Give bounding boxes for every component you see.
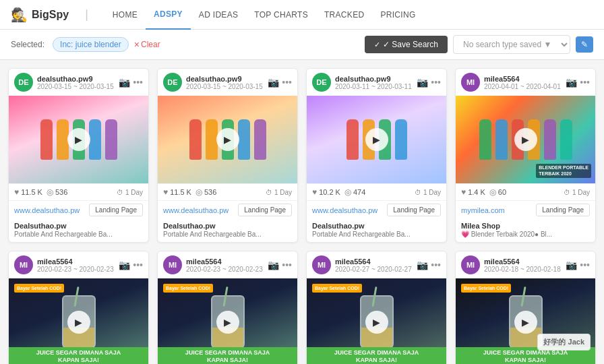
- card-username[interactable]: dealsuthao.pw9: [186, 75, 264, 83]
- play-button[interactable]: ▶: [67, 311, 90, 334]
- play-button[interactable]: ▶: [514, 128, 537, 151]
- more-options-icon[interactable]: •••: [133, 260, 143, 270]
- instagram-icon: 📷: [417, 260, 428, 270]
- nav-home[interactable]: HOME: [104, 0, 146, 30]
- card-stats: ♥ 11.5 K ◎ 536 ⏱ 1 Day: [158, 183, 297, 200]
- likes-stat: ♥ 11.5 K: [163, 187, 191, 197]
- card-username[interactable]: dealsuthao.pw9: [37, 75, 115, 83]
- card-actions: 📷 •••: [268, 77, 292, 88]
- logo[interactable]: 🕵 BigSpy: [11, 7, 69, 23]
- card-username[interactable]: milea5564: [484, 257, 562, 266]
- more-options-icon[interactable]: •••: [431, 260, 441, 270]
- card-username[interactable]: milea5564: [484, 75, 562, 83]
- filter-bar: Selected: Inc: juice blender × Clear ✓ ✓…: [0, 30, 604, 60]
- shop-name[interactable]: Milea Shop: [461, 222, 590, 230]
- play-button[interactable]: ▶: [67, 128, 90, 151]
- card-image[interactable]: Bayar Setelah COD! ▶ JUICE SEGAR DIMANA …: [307, 278, 446, 364]
- cod-badge: Bayar Setelah COD!: [461, 284, 511, 293]
- card-username[interactable]: dealsuthao.pw9: [335, 75, 413, 83]
- landing-page-button[interactable]: Landing Page: [536, 204, 590, 216]
- nav-pricing[interactable]: PRICING: [372, 0, 423, 30]
- card-actions: 📷 •••: [417, 77, 441, 88]
- save-search-label: ✓ Save Search: [383, 40, 438, 49]
- card-meta: milea5564 2020-04-01 ~ 2020-04-01: [484, 75, 562, 90]
- play-button[interactable]: ▶: [514, 311, 537, 334]
- more-options-icon[interactable]: •••: [133, 77, 143, 88]
- save-search-button[interactable]: ✓ ✓ Save Search: [365, 36, 448, 53]
- clock-icon: ⏱: [415, 189, 421, 196]
- play-button[interactable]: ▶: [365, 128, 388, 151]
- search-type-select[interactable]: No search type saved ▼: [453, 35, 570, 54]
- card-username[interactable]: milea5564: [335, 257, 413, 266]
- comments-stat: ◎ 60: [489, 187, 506, 197]
- card-image[interactable]: Bayar Setelah COD! ▶ JUICE SEGAR DIMANA …: [9, 278, 148, 364]
- comment-icon: ◎: [489, 187, 496, 197]
- card-username[interactable]: milea5564: [37, 257, 115, 266]
- shop-name[interactable]: Dealsuthao.pw: [312, 222, 441, 230]
- card-image[interactable]: ▶: [158, 96, 297, 183]
- shop-name[interactable]: Dealsuthao.pw: [163, 222, 292, 230]
- nav-ad-ideas[interactable]: AD IDEAS: [191, 0, 246, 30]
- play-button[interactable]: ▶: [216, 311, 239, 334]
- card-header: MI milea5564 2020-02-23 ~ 2020-02-23 📷 •…: [158, 251, 297, 278]
- card-header: MI milea5564 2020-02-23 ~ 2020-02-23 📷 •…: [9, 251, 148, 278]
- filter-tag-juice-blender[interactable]: Inc: juice blender: [53, 37, 129, 52]
- landing-page-button[interactable]: Landing Page: [238, 204, 292, 216]
- comments-count: 60: [498, 188, 506, 196]
- card-image[interactable]: Bayar Setelah COD! ▶ JUICE SEGAR DIMANA …: [158, 278, 297, 364]
- instagram-icon: 📷: [566, 77, 577, 88]
- card-username[interactable]: milea5564: [186, 257, 264, 266]
- card-header: MI milea5564 2020-02-27 ~ 2020-02-27 📷 •…: [307, 251, 446, 278]
- card-image[interactable]: ▶ BLENDER PORTABLETERBAIK 2020: [456, 96, 595, 183]
- clear-filter-button[interactable]: × Clear: [134, 39, 160, 50]
- duration-value: 1 Day: [125, 189, 143, 196]
- clock-icon: ⏱: [564, 189, 570, 196]
- card-date: 2020-03-15 ~ 2020-03-15: [37, 83, 115, 90]
- nav-tracked[interactable]: TRACKED: [316, 0, 372, 30]
- card-image[interactable]: ▶: [9, 96, 148, 183]
- comments-count: 536: [204, 188, 216, 196]
- card-actions: 📷 •••: [268, 260, 292, 270]
- comments-count: 536: [55, 188, 67, 196]
- more-options-icon[interactable]: •••: [431, 77, 441, 88]
- duration-stat: ⏱ 1 Day: [415, 189, 441, 196]
- landing-page-button[interactable]: Landing Page: [387, 204, 441, 216]
- card-description: Portable And Rechargeable Ba...: [14, 231, 143, 238]
- nav-top-charts[interactable]: TOP CHARTS: [246, 0, 316, 30]
- card-image[interactable]: ▶: [307, 96, 446, 183]
- clear-icon: ×: [134, 39, 140, 50]
- card-domain[interactable]: www.dealsuthao.pw: [14, 206, 80, 214]
- more-options-icon[interactable]: •••: [580, 77, 590, 88]
- landing-page-button[interactable]: Landing Page: [89, 204, 143, 216]
- card-domain[interactable]: www.dealsuthao.pw: [312, 206, 378, 214]
- site-header: 🕵 BigSpy | HOME ADSPY AD IDEAS TOP CHART…: [0, 0, 604, 30]
- card-image[interactable]: Bayar Setelah COD! ▶ JUICE SEGAR DIMANA …: [456, 278, 595, 364]
- card-description: 💗 Blender Terbaik 2020● Bl...: [461, 231, 590, 238]
- comment-icon: ◎: [47, 187, 53, 197]
- duration-value: 1 Day: [274, 189, 292, 196]
- card-domain[interactable]: www.dealsuthao.pw: [163, 206, 229, 214]
- more-options-icon[interactable]: •••: [282, 260, 292, 270]
- avatar: MI: [312, 255, 331, 274]
- shop-name[interactable]: Dealsuthao.pw: [14, 222, 143, 230]
- watermark: 好学的 Jack: [537, 334, 591, 351]
- clock-icon: ⏱: [117, 189, 123, 196]
- more-options-icon[interactable]: •••: [580, 260, 590, 270]
- nav-adspy[interactable]: ADSPY: [146, 0, 191, 30]
- edit-search-button[interactable]: ✎: [576, 36, 593, 53]
- card-description: Portable And Rechargeable Ba...: [163, 231, 292, 238]
- heart-icon: ♥: [461, 187, 466, 197]
- ad-card: DE dealsuthao.pw9 2020-03-15 ~ 2020-03-1…: [157, 68, 298, 243]
- cod-badge: Bayar Setelah COD!: [312, 284, 362, 293]
- more-options-icon[interactable]: •••: [282, 77, 292, 88]
- likes-count: 11.5 K: [21, 188, 42, 196]
- card-date: 2020-02-23 ~ 2020-02-23: [37, 266, 115, 273]
- duration-stat: ⏱ 1 Day: [564, 189, 590, 196]
- heart-icon: ♥: [312, 187, 317, 197]
- avatar: MI: [14, 255, 33, 274]
- play-button[interactable]: ▶: [365, 311, 388, 334]
- card-description: Portable And Rechargeable Ba...: [312, 231, 441, 238]
- card-meta: milea5564 2020-02-27 ~ 2020-02-27: [335, 257, 413, 273]
- card-domain[interactable]: mymilea.com: [461, 206, 505, 214]
- play-button[interactable]: ▶: [216, 128, 239, 151]
